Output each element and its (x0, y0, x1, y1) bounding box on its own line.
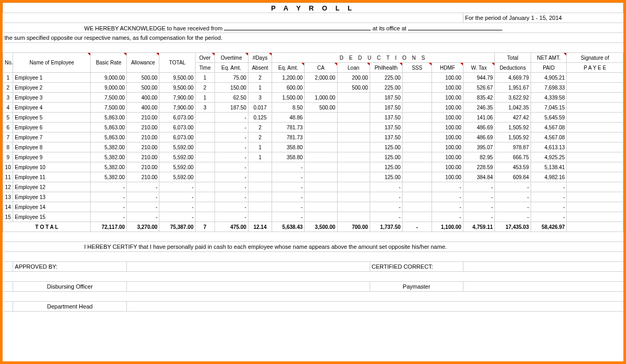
cell[interactable]: Employee 1 (13, 73, 91, 83)
cell[interactable]: 1 (248, 142, 272, 152)
cell[interactable]: 1 (3, 73, 13, 83)
cell[interactable] (403, 103, 432, 113)
cell[interactable]: 62.50 (214, 93, 248, 103)
cell[interactable] (305, 162, 337, 172)
cell[interactable]: 500.00 (127, 83, 159, 93)
cell[interactable] (196, 142, 214, 152)
cell[interactable]: 100.00 (431, 73, 463, 83)
cell[interactable]: 427.42 (495, 113, 531, 123)
cell[interactable] (305, 133, 337, 142)
cell[interactable]: 1,500.00 (272, 93, 305, 103)
cell[interactable] (567, 162, 623, 172)
cell[interactable]: - (214, 162, 248, 172)
cell[interactable] (248, 172, 272, 182)
cell[interactable]: 7,500.00 (91, 103, 127, 113)
cell[interactable]: 187.50 (370, 93, 402, 103)
cell[interactable] (196, 202, 214, 212)
cell[interactable] (567, 133, 623, 142)
cell[interactable] (305, 142, 337, 152)
cell[interactable]: 125.00 (370, 152, 402, 162)
cell[interactable]: Employee 13 (13, 192, 91, 202)
cell[interactable]: - (272, 172, 305, 182)
cell[interactable]: 9,500.00 (159, 83, 196, 93)
cell[interactable]: 9 (3, 152, 13, 162)
cell[interactable]: 1,042.35 (495, 103, 531, 113)
cell[interactable]: 100.00 (431, 123, 463, 133)
cell[interactable] (403, 162, 432, 172)
cell[interactable] (305, 202, 337, 212)
cell[interactable]: - (531, 202, 567, 212)
cell[interactable]: 2 (196, 83, 214, 93)
cell[interactable] (567, 113, 623, 123)
cell[interactable] (196, 172, 214, 182)
cell[interactable] (337, 123, 370, 133)
cell[interactable] (305, 113, 337, 123)
cell[interactable] (305, 192, 337, 202)
cell[interactable]: 6 (3, 123, 13, 133)
cell[interactable]: - (463, 192, 494, 202)
cell[interactable]: 187.50 (370, 103, 402, 113)
cell[interactable]: 225.00 (370, 83, 402, 93)
cell[interactable]: Employee 7 (13, 133, 91, 142)
cell[interactable]: - (370, 192, 402, 202)
cell[interactable] (305, 212, 337, 222)
cell[interactable]: - (495, 182, 531, 192)
cell[interactable]: - (495, 202, 531, 212)
cell[interactable]: 4,567.08 (531, 123, 567, 133)
cell[interactable]: 1 (248, 83, 272, 93)
cell[interactable] (403, 202, 432, 212)
cell[interactable]: 6,073.00 (159, 123, 196, 133)
cell[interactable]: 6,073.00 (159, 133, 196, 142)
cell[interactable] (567, 182, 623, 192)
cell[interactable] (337, 113, 370, 123)
cell[interactable]: 0.017 (248, 103, 272, 113)
cell[interactable]: - (91, 182, 127, 192)
cell[interactable]: 2 (248, 133, 272, 142)
cell[interactable]: 5,863.00 (91, 123, 127, 133)
cell[interactable] (337, 202, 370, 212)
cell[interactable] (403, 152, 432, 162)
cell[interactable]: - (159, 192, 196, 202)
cell[interactable]: 15 (3, 212, 13, 222)
cell[interactable]: 137.50 (370, 133, 402, 142)
cell[interactable] (403, 182, 432, 192)
cell[interactable] (248, 202, 272, 212)
cell[interactable]: 13 (3, 192, 13, 202)
cell[interactable]: 137.50 (370, 123, 402, 133)
cell[interactable]: 137.50 (370, 113, 402, 123)
cell[interactable]: - (214, 123, 248, 133)
cell[interactable]: 781.73 (272, 123, 305, 133)
cell[interactable]: 210.00 (127, 142, 159, 152)
cell[interactable]: 4,925.25 (531, 152, 567, 162)
cell[interactable]: 1 (196, 73, 214, 83)
cell[interactable]: 486.69 (463, 123, 494, 133)
cell[interactable]: Employee 2 (13, 83, 91, 93)
cell[interactable] (337, 182, 370, 192)
cell[interactable] (337, 152, 370, 162)
cell[interactable]: 150.00 (214, 83, 248, 93)
cell[interactable] (567, 103, 623, 113)
cell[interactable]: - (127, 212, 159, 222)
cell[interactable] (567, 142, 623, 152)
cell[interactable]: 609.84 (495, 172, 531, 182)
cell[interactable]: 4,339.58 (531, 93, 567, 103)
cell[interactable] (567, 192, 623, 202)
cell[interactable] (567, 93, 623, 103)
cell[interactable]: 2 (248, 123, 272, 133)
cell[interactable]: 3 (196, 103, 214, 113)
cell[interactable]: 48.86 (272, 113, 305, 123)
cell[interactable]: 125.00 (370, 172, 402, 182)
cell[interactable]: 6,073.00 (159, 113, 196, 123)
cell[interactable]: - (214, 133, 248, 142)
cell[interactable] (248, 212, 272, 222)
cell[interactable]: - (272, 192, 305, 202)
cell[interactable] (567, 202, 623, 212)
cell[interactable]: 8 (3, 142, 13, 152)
cell[interactable]: 100.00 (431, 93, 463, 103)
cell[interactable]: 4 (3, 103, 13, 113)
cell[interactable]: Employee 5 (13, 113, 91, 123)
cell[interactable] (403, 123, 432, 133)
cell[interactable]: Employee 6 (13, 123, 91, 133)
cell[interactable] (567, 212, 623, 222)
cell[interactable]: Employee 9 (13, 152, 91, 162)
